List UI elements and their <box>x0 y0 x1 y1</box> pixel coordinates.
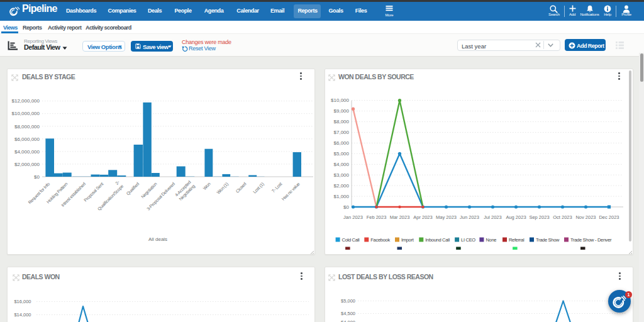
svg-text:Trade Show: Trade Show <box>536 237 560 243</box>
svg-text:$0: $0 <box>34 174 40 180</box>
svg-text:$16,000: $16,000 <box>14 299 31 304</box>
svg-text:Import: Import <box>401 237 414 243</box>
svg-text:$0: $0 <box>343 204 349 210</box>
svg-text:Has no value: Has no value <box>281 181 301 201</box>
svg-text:Jan 2023: Jan 2023 <box>343 214 363 220</box>
svg-text:Inbound Call: Inbound Call <box>425 237 450 243</box>
svg-text:Negotiation: Negotiation <box>140 181 158 199</box>
svg-text:$4,000,000: $4,000,000 <box>14 149 40 155</box>
svg-text:None: None <box>486 237 496 243</box>
svg-text:Aug 2023: Aug 2023 <box>506 214 526 220</box>
svg-text:Qualification/Scope: Qualification/Scope <box>97 184 125 212</box>
svg-text:Jun 2023: Jun 2023 <box>460 214 479 220</box>
svg-text:$12,000,000: $12,000,000 <box>12 98 40 104</box>
svg-text:Oct 2023: Oct 2023 <box>553 214 572 220</box>
svg-text:$8,000: $8,000 <box>334 119 350 125</box>
svg-text:$1,000: $1,000 <box>334 194 350 199</box>
svg-text:May 2023: May 2023 <box>436 214 457 220</box>
svg-text:$3,000: $3,000 <box>334 172 350 178</box>
svg-text:7- Lost: 7- Lost <box>271 182 283 194</box>
svg-text:Jul 2023: Jul 2023 <box>484 214 501 220</box>
svg-text:$4,000: $4,000 <box>341 319 355 322</box>
svg-text:Trade Show - Denver: Trade Show - Denver <box>570 237 612 243</box>
svg-text:Won (1): Won (1) <box>216 182 230 196</box>
svg-text:$7,000: $7,000 <box>334 130 350 135</box>
svg-text:Closed: Closed <box>235 181 247 193</box>
svg-text:Cold Call: Cold Call <box>342 237 360 243</box>
svg-text:$9,000: $9,000 <box>334 108 350 114</box>
svg-text:Sep 2023: Sep 2023 <box>529 214 549 220</box>
svg-text:Referral: Referral <box>509 237 525 243</box>
svg-text:Mar 2023: Mar 2023 <box>390 214 410 220</box>
svg-text:$5,000: $5,000 <box>341 298 355 304</box>
svg-text:$8,000,000: $8,000,000 <box>14 124 40 130</box>
svg-text:$2,000: $2,000 <box>334 183 350 189</box>
svg-text:Won: Won <box>202 181 211 191</box>
svg-text:Proposal Sent: Proposal Sent <box>83 182 104 203</box>
svg-text:LI CEO: LI CEO <box>461 237 475 243</box>
svg-text:$2,000,000: $2,000,000 <box>14 162 40 167</box>
svg-text:$14,000: $14,000 <box>14 312 31 318</box>
svg-text:Apr 2023: Apr 2023 <box>413 214 432 220</box>
svg-text:Nov 2023: Nov 2023 <box>575 214 596 220</box>
svg-text:$5,000: $5,000 <box>334 151 350 157</box>
svg-text:$4,500: $4,500 <box>341 311 355 316</box>
svg-text:All deals: All deals <box>148 236 167 242</box>
svg-text:Facebook: Facebook <box>370 237 390 243</box>
svg-text:Dec 2023: Dec 2023 <box>599 214 619 220</box>
svg-text:Lost (1): Lost (1) <box>252 182 265 195</box>
svg-text:Qualified: Qualified <box>126 181 141 196</box>
svg-text:$6,000: $6,000 <box>334 140 350 146</box>
svg-text:Feb 2023: Feb 2023 <box>367 214 387 220</box>
svg-text:$10,000,000: $10,000,000 <box>12 111 40 116</box>
svg-text:$6,000,000: $6,000,000 <box>14 136 40 142</box>
svg-text:$4,000: $4,000 <box>334 162 350 167</box>
svg-text:$10,000: $10,000 <box>331 97 349 103</box>
